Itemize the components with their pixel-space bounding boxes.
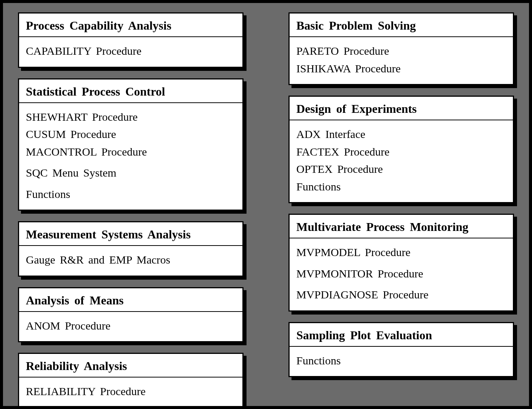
card-item: CAPABILITY Procedure <box>26 42 236 60</box>
card-item: ADX Interface <box>296 126 506 143</box>
card-item: Functions <box>296 178 506 196</box>
card-item: OPTEX Procedure <box>296 160 506 178</box>
card-body: Gauge R&R and EMP Macros <box>19 246 242 276</box>
card-body: ADX Interface FACTEX Procedure OPTEX Pro… <box>290 120 513 202</box>
card-body: Functions <box>290 347 513 376</box>
card-item: PARETO Procedure <box>296 42 506 60</box>
card-multivariate-process-monitoring: Multivariate Process Monitoring MVPMODEL… <box>288 214 514 312</box>
card-title: Process Capability Analysis <box>19 13 242 37</box>
card-title: Measurement Systems Analysis <box>19 222 242 246</box>
card-item: Functions <box>296 352 506 370</box>
card-body: SHEWHART Procedure CUSUM Procedure MACON… <box>19 103 242 210</box>
card-title: Basic Problem Solving <box>290 13 513 37</box>
card-title: Statistical Process Control <box>19 79 242 103</box>
card-item: Functions <box>26 186 236 203</box>
card-measurement-systems: Measurement Systems Analysis Gauge R&R a… <box>18 221 244 277</box>
card-sampling-plot-evaluation: Sampling Plot Evaluation Functions <box>288 322 514 378</box>
card-title: Design of Experiments <box>290 97 513 120</box>
left-column: Process Capability Analysis CAPABILITY P… <box>18 12 244 397</box>
card-process-capability: Process Capability Analysis CAPABILITY P… <box>18 12 244 68</box>
card-body: RELIABILITY Procedure <box>19 378 242 407</box>
card-item: MACONTROL Procedure <box>26 143 236 161</box>
card-item: ANOM Procedure <box>26 317 236 335</box>
card-body: CAPABILITY Procedure <box>19 37 242 67</box>
card-item: SQC Menu System <box>26 164 236 182</box>
card-item: Gauge R&R and EMP Macros <box>26 251 236 269</box>
card-item: MVPMONITOR Procedure <box>296 265 506 283</box>
card-item: SHEWHART Procedure <box>26 108 236 126</box>
card-item: RELIABILITY Procedure <box>26 383 236 400</box>
card-design-of-experiments: Design of Experiments ADX Interface FACT… <box>288 96 514 203</box>
right-column: Basic Problem Solving PARETO Procedure I… <box>288 12 514 397</box>
card-body: ANOM Procedure <box>19 312 242 342</box>
card-item: ISHIKAWA Procedure <box>296 60 506 78</box>
card-title: Analysis of Means <box>19 288 242 312</box>
card-reliability-analysis: Reliability Analysis RELIABILITY Procedu… <box>18 353 244 408</box>
diagram-container: Process Capability Analysis CAPABILITY P… <box>3 3 529 406</box>
card-item: FACTEX Procedure <box>296 143 506 161</box>
card-item: MVPDIAGNOSE Procedure <box>296 286 506 304</box>
card-analysis-of-means: Analysis of Means ANOM Procedure <box>18 287 244 343</box>
card-title: Sampling Plot Evaluation <box>290 323 513 347</box>
card-item: CUSUM Procedure <box>26 126 236 143</box>
card-title: Reliability Analysis <box>19 354 242 378</box>
card-body: MVPMODEL Procedure MVPMONITOR Procedure … <box>290 238 513 310</box>
card-basic-problem-solving: Basic Problem Solving PARETO Procedure I… <box>288 12 514 85</box>
card-body: PARETO Procedure ISHIKAWA Procedure <box>290 37 513 84</box>
card-title: Multivariate Process Monitoring <box>290 215 513 238</box>
card-item: MVPMODEL Procedure <box>296 244 506 261</box>
card-statistical-process-control: Statistical Process Control SHEWHART Pro… <box>18 78 244 211</box>
